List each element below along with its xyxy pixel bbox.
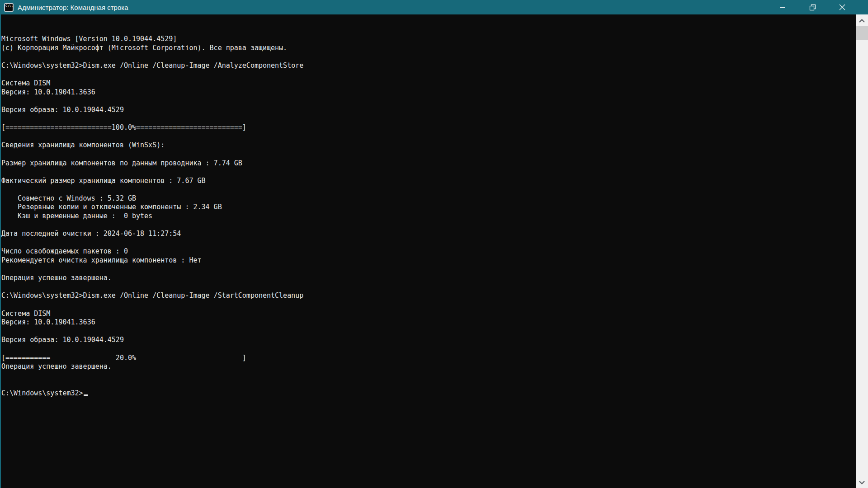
console[interactable]: Microsoft Windows [Version 10.0.19044.45… [1,14,856,488]
chevron-up-icon [859,17,865,24]
scrollbar-thumb[interactable] [856,26,868,40]
close-icon [839,4,845,10]
window-body: Microsoft Windows [Version 10.0.19044.45… [0,14,868,488]
close-button[interactable] [827,0,857,14]
window-title: Администратор: Командная строка [18,4,768,11]
minimize-button[interactable] [768,0,797,14]
restore-button[interactable] [797,0,827,14]
cmd-window: C:\. Администратор: Командная строка [0,0,868,488]
vertical-scrollbar[interactable] [856,14,868,488]
restore-down-icon [809,4,816,11]
title-bar: C:\. Администратор: Командная строка [0,0,868,14]
console-output: Microsoft Windows [Version 10.0.19044.45… [1,35,856,371]
cmd-icon-label: C:\. [5,4,13,8]
prompt-text: C:\Windows\system32> [1,389,83,397]
scroll-down-button[interactable] [856,476,868,488]
scroll-up-button[interactable] [856,14,868,26]
window-controls [768,0,857,14]
prompt-line: C:\Windows\system32> [1,389,856,398]
chevron-down-icon [859,479,865,486]
minimize-icon [779,4,786,10]
text-cursor [84,394,88,396]
cmd-icon: C:\. [4,3,14,12]
